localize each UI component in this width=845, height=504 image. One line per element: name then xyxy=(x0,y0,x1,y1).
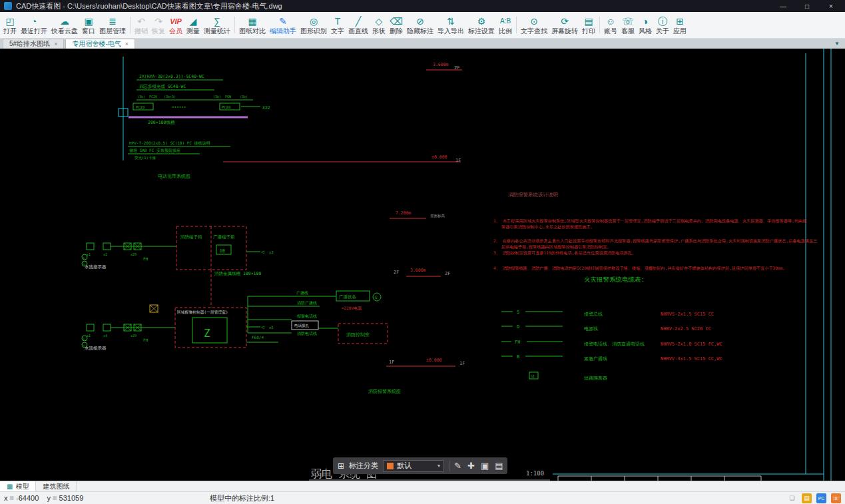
move-annotation-icon[interactable]: ✚ xyxy=(467,461,475,471)
cad-text: 3.600m xyxy=(433,62,449,67)
tab-close-icon[interactable]: × xyxy=(54,41,57,47)
cad-text: NHRVS-2x1.5 SC15 CC xyxy=(661,312,714,317)
tab-close-icon[interactable]: × xyxy=(125,41,129,47)
toolbar-measure-stats[interactable]: ∑测量统计 xyxy=(202,12,232,38)
toolbar-separator xyxy=(516,17,517,33)
cad-text: x3 xyxy=(269,250,274,254)
toolbar-apps[interactable]: ⊞应用 xyxy=(671,12,689,38)
annotation-category-dropdown[interactable]: 默认 ▾ xyxy=(383,460,444,472)
doc-tab-label: 专用宿舍楼-电气 xyxy=(72,39,121,49)
toolbar-support[interactable]: ☏客服 xyxy=(619,12,637,38)
support-label: 客服 xyxy=(621,27,635,35)
cad-text: 水流指示器 xyxy=(85,264,107,270)
cad-text: (3b) xyxy=(240,95,248,99)
toolbar-import-export[interactable]: ⇅导入导出 xyxy=(435,12,466,38)
toolbar-shape-recognize[interactable]: ◎图形识别 xyxy=(298,12,329,38)
toolbar-find-text[interactable]: ⊙文字查找 xyxy=(519,12,549,38)
cursor-coordinates: x = -64400 y = 531059 xyxy=(4,494,83,502)
sheet-tab-模型[interactable]: ▦模型 xyxy=(0,481,36,491)
toolbar-draw-line[interactable]: ╱画直线 xyxy=(346,12,370,38)
recent-open-icon: ◔ xyxy=(31,16,37,27)
pages-icon[interactable]: ❏ xyxy=(787,493,797,503)
toolbar-recent-open[interactable]: ◔最近打开 xyxy=(19,12,49,38)
toolbar-cloud-drive[interactable]: ☁快看云盘 xyxy=(49,12,80,38)
cad-rect xyxy=(103,324,111,331)
pc-sync-icon[interactable]: PC xyxy=(816,493,826,503)
tab-overflow-button[interactable]: ▼ xyxy=(834,41,840,47)
toolbar-measure[interactable]: ◢测量 xyxy=(184,12,202,38)
toolbar-redo[interactable]: ↷恢复 xyxy=(150,12,167,38)
annotation-scale-text: 模型中的标注比例:1 xyxy=(210,493,274,503)
cad-text: 消防报警系统设计说明 xyxy=(508,192,558,198)
cad-text: 电话宽带系统图 xyxy=(158,173,190,179)
toolbar-separator xyxy=(599,17,600,33)
edit-annotation-icon[interactable]: ✎ xyxy=(454,461,461,471)
copy-annotation-icon[interactable]: ▣ xyxy=(481,461,489,471)
cad-text: 1F xyxy=(389,360,394,365)
toolbar-scale[interactable]: A:B比例 xyxy=(497,12,514,38)
toolbar-shapes[interactable]: ◇形状 xyxy=(370,12,388,38)
find-text-label: 文字查找 xyxy=(521,27,547,35)
annotation-category-grid-icon[interactable]: ⊞ xyxy=(338,461,344,471)
toolbar-theme[interactable]: ◑风格 xyxy=(637,12,654,38)
cad-text: 广播端子箱 xyxy=(213,234,235,240)
toolbar-delete[interactable]: ⌫删除 xyxy=(388,12,405,38)
measure-icon: ◢ xyxy=(190,16,197,27)
cad-text: HPV-T-200(2x0.5) SC(10) FC 接线说明 xyxy=(129,140,210,146)
minimize-button[interactable]: — xyxy=(773,0,793,12)
cad-text: FH xyxy=(143,256,148,261)
drawing-canvas-area[interactable]: 2X(HYA-30(2x0.3))-SC40-WC四芯多模光缆 SC40-WC(… xyxy=(0,49,845,481)
toolbar-layer-manager[interactable]: ≣图层管理 xyxy=(97,12,128,38)
doc-tab-专用宿舍楼-电气[interactable]: 专用宿舍楼-电气× xyxy=(65,39,135,49)
doc-tab-5#给排水图纸[interactable]: 5#给排水图纸× xyxy=(3,39,64,49)
window-label: 窗口 xyxy=(82,27,95,35)
toolbar-annotation-settings[interactable]: ⚙标注设置 xyxy=(466,12,497,38)
toolbar-about[interactable]: ⓘ关于 xyxy=(654,12,671,38)
cad-text: NHBV-2x2.5 SC20 CC xyxy=(661,326,711,332)
apps-label: 应用 xyxy=(673,27,687,35)
cad-text: 2F xyxy=(454,65,459,71)
annotation-toolbar-separator xyxy=(449,461,449,471)
category-selected-value: 默认 xyxy=(397,461,434,471)
paste-annotation-icon[interactable]: ▤ xyxy=(495,461,503,471)
cad-canvas[interactable]: 2X(HYA-30(2x0.3))-SC40-WC四芯多模光缆 SC40-WC(… xyxy=(0,49,845,481)
cad-text: x1 xyxy=(87,252,91,256)
cad-text: PGN xyxy=(225,95,231,99)
cad-text: ≈220V电源 xyxy=(342,306,362,310)
cad-text: ◁ xyxy=(261,324,264,330)
toolbar-rotate-screen[interactable]: ⟳屏幕旋转 xyxy=(549,12,580,38)
cad-text: 1F xyxy=(459,361,465,366)
toolbar-text[interactable]: T文字 xyxy=(329,12,346,38)
document-tabs: 5#给排水图纸×专用宿舍楼-电气× xyxy=(0,39,137,49)
cad-text: FH xyxy=(143,338,148,342)
toolbar-print[interactable]: ▤打印 xyxy=(580,12,597,38)
toolbar-vip[interactable]: VIP会员 xyxy=(167,12,184,38)
title-bar: CAD快速看图 - C:\Users\ruohan\Desktop\CAD快速看… xyxy=(0,0,845,12)
category-color-swatch xyxy=(387,463,394,469)
draw-line-icon: ╱ xyxy=(356,16,361,27)
model-grid-icon: ▦ xyxy=(7,483,13,490)
toolbar-drawing-compare[interactable]: ▦图纸对比 xyxy=(237,12,268,38)
toolbar-open[interactable]: ◰打开 xyxy=(1,12,19,38)
redo-label: 恢复 xyxy=(152,27,165,35)
cad-rect xyxy=(87,243,94,250)
apps-icon: ⊞ xyxy=(676,16,684,27)
cad-text: L xyxy=(83,256,85,260)
recent-open-label: 最近打开 xyxy=(21,27,47,35)
folder-icon[interactable]: ▤ xyxy=(802,493,812,503)
cad-text: Z xyxy=(204,327,210,340)
toolbar-window[interactable]: ▣窗口 xyxy=(80,12,97,38)
toolbar-hide-annotations[interactable]: ⊘隐藏标注 xyxy=(405,12,435,38)
toolbar-account[interactable]: ☺账号 xyxy=(602,12,619,38)
maximize-button[interactable]: □ xyxy=(797,0,817,12)
close-button[interactable]: × xyxy=(821,0,841,12)
vip-icon: VIP xyxy=(170,16,182,27)
sheet-tab-建筑图纸[interactable]: 建筑图纸 xyxy=(36,481,77,491)
annotation-toolbar: ⊞ 标注分类 默认 ▾ ✎✚▣▤ xyxy=(333,457,507,474)
service-icon[interactable]: ☏ xyxy=(831,493,841,503)
sheet-tab-label: 模型 xyxy=(15,482,29,491)
cad-text: D xyxy=(517,324,519,330)
toolbar-edit-assistant[interactable]: ✎编辑助手 xyxy=(268,12,298,38)
toolbar-undo[interactable]: ↶撤销 xyxy=(133,12,150,38)
cad-text: NHRVV-3x1.5 SC15 CC,WC xyxy=(661,356,722,362)
